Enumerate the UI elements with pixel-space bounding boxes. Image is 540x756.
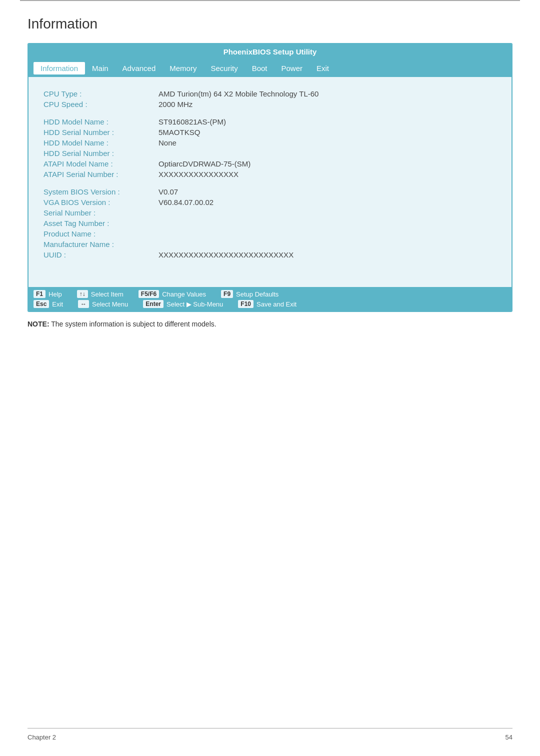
desc-save-exit: Save and Exit bbox=[256, 300, 296, 308]
row-serial-number: Serial Number : bbox=[44, 208, 496, 217]
row-asset-tag: Asset Tag Number : bbox=[44, 219, 496, 228]
value-atapi-serial: XXXXXXXXXXXXXXXX bbox=[158, 170, 496, 178]
value-atapi-model: OptiarcDVDRWAD-75-(SM) bbox=[158, 160, 496, 168]
tab-information[interactable]: Information bbox=[34, 62, 85, 74]
label-manufacturer: Manufacturer Name : bbox=[44, 240, 158, 248]
desc-help: Help bbox=[48, 290, 62, 298]
footer-row-1: F1 Help ↑↓ Select Item F5/F6 Change Valu… bbox=[34, 290, 506, 298]
label-hdd-model1: HDD Model Name : bbox=[44, 118, 158, 126]
label-hdd-serial2: HDD Serial Number : bbox=[44, 149, 158, 158]
key-enter: Enter bbox=[143, 300, 164, 308]
value-hdd-model1: ST9160821AS-(PM) bbox=[158, 118, 496, 126]
bios-nav: Information Main Advanced Memory Securit… bbox=[28, 60, 512, 77]
value-uuid: XXXXXXXXXXXXXXXXXXXXXXXXXXX bbox=[158, 250, 496, 259]
desc-select-submenu: Select ▶ Sub-Menu bbox=[166, 300, 223, 308]
bios-title-bar: PhoenixBIOS Setup Utility bbox=[28, 44, 512, 60]
label-vga-bios: VGA BIOS Version : bbox=[44, 198, 158, 206]
tab-boot[interactable]: Boot bbox=[245, 62, 274, 74]
label-product-name: Product Name : bbox=[44, 230, 158, 238]
row-manufacturer: Manufacturer Name : bbox=[44, 240, 496, 248]
key-esc: Esc bbox=[34, 300, 49, 308]
tab-main[interactable]: Main bbox=[85, 62, 116, 74]
chapter-label: Chapter 2 bbox=[28, 734, 56, 741]
tab-exit[interactable]: Exit bbox=[310, 62, 336, 74]
value-vga-bios: V60.84.07.00.02 bbox=[158, 198, 496, 206]
row-hdd-serial1: HDD Serial Number : 5MAOTKSQ bbox=[44, 128, 496, 136]
desc-setup-defaults: Setup Defaults bbox=[236, 290, 278, 298]
footer-select-item: ↑↓ Select Item bbox=[77, 290, 124, 298]
tab-advanced[interactable]: Advanced bbox=[116, 62, 163, 74]
label-cpu-speed: CPU Speed : bbox=[44, 100, 158, 108]
row-cpu-type: CPU Type : AMD Turion(tm) 64 X2 Mobile T… bbox=[44, 90, 496, 98]
key-arrows-ud: ↑↓ bbox=[77, 290, 88, 298]
label-atapi-serial: ATAPI Serial Number : bbox=[44, 170, 158, 178]
footer-f10: F10 Save and Exit bbox=[238, 300, 296, 308]
key-f5f6: F5/F6 bbox=[138, 290, 159, 298]
note-bold: NOTE: bbox=[28, 320, 50, 328]
desc-exit: Exit bbox=[52, 300, 63, 308]
footer-row-2: Esc Exit ↔ Select Menu Enter Select ▶ Su… bbox=[34, 300, 506, 308]
row-uuid: UUID : XXXXXXXXXXXXXXXXXXXXXXXXXXX bbox=[44, 250, 496, 259]
row-vga-bios: VGA BIOS Version : V60.84.07.00.02 bbox=[44, 198, 496, 206]
row-hdd-model1: HDD Model Name : ST9160821AS-(PM) bbox=[44, 118, 496, 126]
key-f9: F9 bbox=[221, 290, 233, 298]
row-sys-bios: System BIOS Version : V0.07 bbox=[44, 188, 496, 196]
footer-f1: F1 Help bbox=[34, 290, 62, 298]
footer-enter: Enter Select ▶ Sub-Menu bbox=[143, 300, 223, 308]
tab-memory[interactable]: Memory bbox=[162, 62, 204, 74]
footer-f5f6: F5/F6 Change Values bbox=[138, 290, 206, 298]
desc-select-item: Select Item bbox=[91, 290, 124, 298]
value-hdd-serial1: 5MAOTKSQ bbox=[158, 128, 496, 136]
value-sys-bios: V0.07 bbox=[158, 188, 496, 196]
row-cpu-speed: CPU Speed : 2000 MHz bbox=[44, 100, 496, 108]
footer-f9: F9 Setup Defaults bbox=[221, 290, 278, 298]
label-uuid: UUID : bbox=[44, 250, 158, 259]
bios-footer: F1 Help ↑↓ Select Item F5/F6 Change Valu… bbox=[28, 287, 512, 311]
key-arrows-lr: ↔ bbox=[78, 300, 89, 308]
label-sys-bios: System BIOS Version : bbox=[44, 188, 158, 196]
bios-container: PhoenixBIOS Setup Utility Information Ma… bbox=[28, 43, 512, 312]
tab-security[interactable]: Security bbox=[204, 62, 244, 74]
key-f10: F10 bbox=[238, 300, 254, 308]
row-hdd-model2: HDD Model Name : None bbox=[44, 138, 496, 147]
row-atapi-serial: ATAPI Serial Number : XXXXXXXXXXXXXXXX bbox=[44, 170, 496, 178]
footer-select-menu: ↔ Select Menu bbox=[78, 300, 128, 308]
key-f1: F1 bbox=[34, 290, 46, 298]
label-atapi-model: ATAPI Model Name : bbox=[44, 160, 158, 168]
label-asset-tag: Asset Tag Number : bbox=[44, 219, 158, 228]
label-cpu-type: CPU Type : bbox=[44, 90, 158, 98]
row-atapi-model: ATAPI Model Name : OptiarcDVDRWAD-75-(SM… bbox=[44, 160, 496, 168]
footer-esc: Esc Exit bbox=[34, 300, 63, 308]
label-hdd-serial1: HDD Serial Number : bbox=[44, 128, 158, 136]
label-hdd-model2: HDD Model Name : bbox=[44, 138, 158, 147]
row-product-name: Product Name : bbox=[44, 230, 496, 238]
page-footer: Chapter 2 54 bbox=[28, 728, 512, 741]
desc-select-menu: Select Menu bbox=[92, 300, 128, 308]
value-cpu-speed: 2000 MHz bbox=[158, 100, 496, 108]
note-text: The system information is subject to dif… bbox=[50, 320, 216, 328]
page-heading: Information bbox=[28, 16, 512, 32]
row-hdd-serial2: HDD Serial Number : bbox=[44, 149, 496, 158]
desc-change-values: Change Values bbox=[162, 290, 206, 298]
note: NOTE: The system information is subject … bbox=[28, 320, 512, 328]
label-serial-number: Serial Number : bbox=[44, 208, 158, 217]
page-number: 54 bbox=[506, 734, 512, 741]
tab-power[interactable]: Power bbox=[274, 62, 310, 74]
bios-body: CPU Type : AMD Turion(tm) 64 X2 Mobile T… bbox=[28, 77, 512, 287]
value-cpu-type: AMD Turion(tm) 64 X2 Mobile Technology T… bbox=[158, 90, 496, 98]
value-hdd-model2: None bbox=[158, 138, 496, 147]
